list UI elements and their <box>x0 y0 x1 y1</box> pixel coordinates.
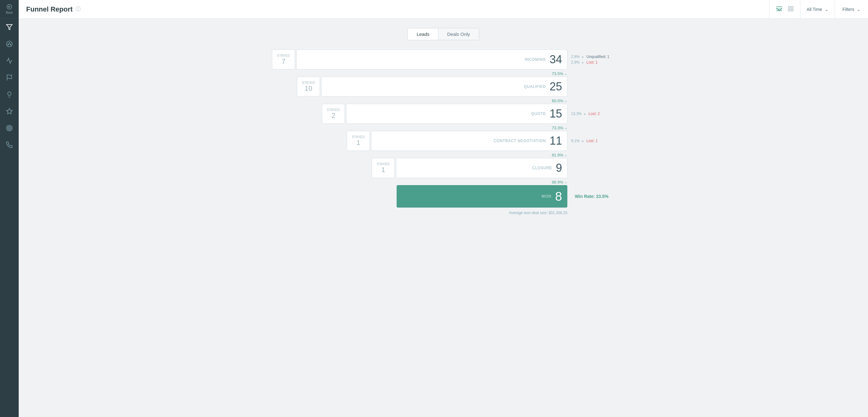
bar-incoming: INCOMING 34 <box>296 50 567 69</box>
deals-only-toggle[interactable]: Deals Only <box>438 28 478 40</box>
stayed-value-quote: 2 <box>332 112 335 120</box>
sidebar-item-star[interactable] <box>0 103 19 119</box>
back-label: Back <box>6 11 13 14</box>
sidebar-item-palette[interactable] <box>0 36 19 52</box>
sidebar-item-funnel[interactable] <box>0 19 19 35</box>
stayed-value-contract: 1 <box>356 139 360 147</box>
stayed-box-contract: STAYED 1 <box>347 131 370 151</box>
stayed-label-closure: STAYED <box>377 162 390 166</box>
stayed-label-contract: STAYED <box>352 135 365 139</box>
page-title: Funnel Report <box>26 5 72 13</box>
side-info-row-quote: 13.3% ► Lost: 2 <box>571 112 615 116</box>
stage-count-quote: 15 <box>550 107 562 120</box>
filters-button[interactable]: Filters ⌄ <box>835 7 868 12</box>
svg-point-6 <box>10 44 11 45</box>
bar-qualified: QUALIFIED 25 <box>321 77 567 97</box>
time-filter-label: All Time <box>807 7 822 12</box>
back-button[interactable]: Back <box>0 0 19 19</box>
sidebar-item-phone[interactable] <box>0 137 19 153</box>
funnel-row-quote: STAYED 2 QUOTE 15 13.3% ► Lost: 2 <box>322 104 615 124</box>
side-info-row-1: 2.9% ► Unqualified: 1 <box>571 55 615 59</box>
svg-point-10 <box>8 126 11 130</box>
svg-point-3 <box>6 41 12 47</box>
main-area: Funnel Report ⓘ <box>19 0 868 417</box>
funnel-row-qualified: STAYED 10 QUALIFIED 25 <box>297 77 615 97</box>
stage-count-qualified: 25 <box>550 80 562 93</box>
stage-count-closure: 9 <box>556 161 562 175</box>
svg-marker-8 <box>6 109 12 114</box>
svg-point-4 <box>8 44 9 45</box>
side-info-contract: 9.1% ► Lost: 1 <box>571 139 615 143</box>
sidebar: Back <box>0 0 19 417</box>
win-rate-label: Win Rate: 23.5% <box>575 194 615 199</box>
info-icon[interactable]: ⓘ <box>76 6 81 12</box>
stayed-box-quote: STAYED 2 <box>322 104 345 124</box>
svg-rect-15 <box>788 6 790 8</box>
grid-view-icon[interactable] <box>787 6 794 13</box>
funnel-row-contract: STAYED 1 CONTRACT NEGOTIATION 11 9.1% ► … <box>347 131 615 151</box>
funnel-row-incoming: STAYED 7 INCOMING 34 2.9% ► Unqualified:… <box>272 50 615 69</box>
conversion-closure: 88.9% ⌄ <box>272 180 615 184</box>
stayed-box-incoming: STAYED 7 <box>272 50 295 69</box>
sidebar-item-activity[interactable] <box>0 53 19 68</box>
header-title-area: Funnel Report ⓘ <box>19 5 769 13</box>
funnel-row-closure: STAYED 1 CLOSURE 9 <box>372 158 615 178</box>
leads-toggle[interactable]: Leads <box>408 28 438 40</box>
conversion-contract: 81.8% ⌄ <box>272 153 615 157</box>
conversion-quote: 73.3% ⌄ <box>272 126 615 130</box>
stayed-label-qualified: STAYED <box>302 81 315 85</box>
stayed-box-qualified: STAYED 10 <box>297 77 320 97</box>
header-actions: All Time ⌄ Filters ⌄ <box>769 0 868 19</box>
svg-point-11 <box>9 127 10 129</box>
svg-rect-16 <box>792 6 793 8</box>
stayed-value-closure: 1 <box>381 166 385 174</box>
filters-chevron: ⌄ <box>857 7 861 12</box>
stayed-label-quote: STAYED <box>327 108 340 112</box>
sidebar-item-flag[interactable] <box>0 70 19 85</box>
time-filter-chevron: ⌄ <box>825 7 829 12</box>
funnel-row-won: WON 8 Win Rate: 23.5% <box>397 185 615 208</box>
conversion-qualified: 60.0% ⌄ <box>272 98 615 103</box>
stayed-label-incoming: STAYED <box>277 54 290 57</box>
avg-deal-size: Average won deal size: $31,306.25 <box>272 211 615 215</box>
list-view-icon[interactable] <box>776 6 783 13</box>
stage-label-qualified: QUALIFIED <box>524 85 546 89</box>
stage-label-closure: CLOSURE <box>532 166 552 170</box>
side-info-row-contract: 9.1% ► Lost: 1 <box>571 139 615 143</box>
conversion-incoming: 73.5% ⌄ <box>272 71 615 76</box>
bar-won: WON 8 <box>397 185 567 208</box>
stayed-value-incoming: 7 <box>282 57 285 65</box>
stage-label-contract: CONTRACT NEGOTIATION <box>494 139 546 143</box>
svg-marker-2 <box>6 25 12 30</box>
stage-label-won: WON <box>541 194 552 199</box>
bar-closure: CLOSURE 9 <box>396 158 567 178</box>
stayed-value-qualified: 10 <box>305 85 312 93</box>
side-info-row-2: 2.9% ► Lost: 1 <box>571 60 615 64</box>
header: Funnel Report ⓘ <box>19 0 868 19</box>
view-toggle-group: Leads Deals Only <box>407 28 479 40</box>
side-info-won: Win Rate: 23.5% <box>571 194 615 199</box>
content-area: Leads Deals Only STAYED 7 INCOMING 34 2.… <box>19 19 868 417</box>
stage-count-incoming: 34 <box>550 53 562 66</box>
stage-count-won: 8 <box>555 189 562 204</box>
bar-contract: CONTRACT NEGOTIATION 11 <box>371 131 567 151</box>
time-filter[interactable]: All Time ⌄ <box>800 0 835 19</box>
stayed-box-closure: STAYED 1 <box>372 158 395 178</box>
sidebar-item-target[interactable] <box>0 120 19 136</box>
side-info-incoming: 2.9% ► Unqualified: 1 2.9% ► Lost: 1 <box>571 55 615 64</box>
svg-rect-17 <box>788 9 790 11</box>
funnel-chart: STAYED 7 INCOMING 34 2.9% ► Unqualified:… <box>272 50 615 215</box>
bar-quote: QUOTE 15 <box>346 104 567 124</box>
side-info-quote: 13.3% ► Lost: 2 <box>571 112 615 116</box>
stage-count-contract: 11 <box>550 134 562 147</box>
svg-point-5 <box>9 43 10 43</box>
view-toggle <box>770 0 800 19</box>
stage-label-quote: QUOTE <box>531 112 546 116</box>
filters-label: Filters <box>842 7 854 12</box>
stage-label-incoming: INCOMING <box>525 57 546 62</box>
svg-rect-18 <box>792 9 793 11</box>
sidebar-item-lightbulb[interactable] <box>0 87 19 102</box>
